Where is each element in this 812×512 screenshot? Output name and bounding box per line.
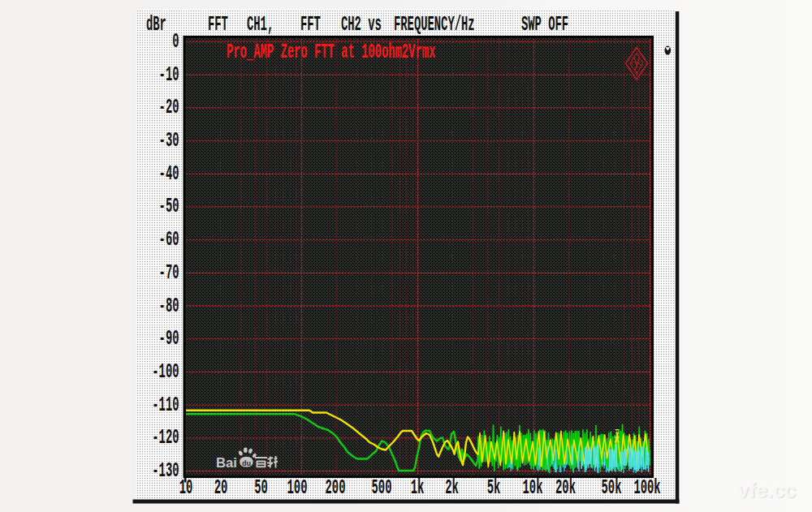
svg-text:-120: -120	[152, 426, 179, 450]
svg-text:10k: 10k	[523, 476, 543, 500]
svg-text:50k: 50k	[602, 476, 622, 500]
svg-text:-80: -80	[159, 295, 179, 318]
svg-text:CH2 vs: CH2 vs	[341, 13, 382, 37]
svg-text:vfe.cc: vfe.cc	[737, 478, 796, 502]
svg-text:-100: -100	[152, 360, 179, 384]
svg-text:5k: 5k	[487, 476, 501, 500]
svg-text:FFT: FFT	[300, 13, 321, 37]
svg-text:100: 100	[287, 476, 308, 500]
svg-text:0: 0	[172, 30, 179, 54]
svg-text:-10: -10	[159, 63, 179, 87]
svg-text:10: 10	[179, 476, 193, 500]
svg-text:-110: -110	[152, 394, 179, 417]
svg-text:CH1,: CH1,	[247, 13, 274, 37]
svg-text:-70: -70	[159, 261, 179, 285]
svg-text:100k: 100k	[633, 476, 660, 500]
svg-text:1k: 1k	[411, 476, 425, 500]
svg-text:200: 200	[326, 476, 346, 500]
svg-text:20: 20	[214, 476, 228, 500]
svg-text:-90: -90	[159, 327, 179, 351]
svg-text:-60: -60	[159, 228, 179, 252]
svg-text:-130: -130	[152, 459, 179, 483]
svg-text:-30: -30	[159, 129, 179, 153]
svg-text:2k: 2k	[445, 476, 459, 500]
svg-text:FFT: FFT	[208, 13, 228, 37]
svg-text:FREQUENCY/Hz: FREQUENCY/Hz	[394, 13, 475, 37]
svg-text:20k: 20k	[555, 476, 576, 500]
svg-text:50: 50	[254, 476, 268, 500]
svg-text:-40: -40	[159, 162, 179, 186]
svg-text:-50: -50	[159, 195, 179, 218]
svg-text:du: du	[242, 459, 251, 467]
svg-text:dBr: dBr	[146, 13, 166, 37]
svg-text:x: x	[614, 434, 620, 445]
svg-text:-20: -20	[159, 96, 179, 119]
svg-text:SWP OFF: SWP OFF	[521, 13, 568, 37]
svg-text:Bai: Bai	[216, 455, 237, 470]
svg-text:Pro_AMP Zero FTT at 100ohm2Vrm: Pro_AMP Zero FTT at 100ohm2Vrmx	[227, 41, 435, 64]
svg-text:500: 500	[372, 476, 392, 500]
